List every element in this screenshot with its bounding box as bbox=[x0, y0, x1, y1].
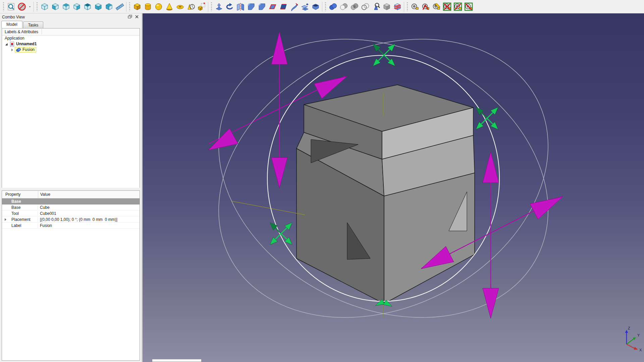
toggle-measurement-3d-button[interactable] bbox=[463, 1, 474, 12]
toolbar-grip[interactable] bbox=[37, 2, 38, 11]
view-bottom-button[interactable] bbox=[93, 1, 104, 12]
toggle-measurement-all-button[interactable] bbox=[452, 1, 463, 12]
boolean-common-button[interactable] bbox=[349, 1, 360, 12]
3d-scene: ZYX bbox=[143, 13, 644, 362]
torus-button[interactable] bbox=[175, 1, 185, 12]
axis-triad-arrow[interactable] bbox=[625, 330, 628, 333]
box-button[interactable] bbox=[132, 1, 143, 12]
property-row-label[interactable]: Label Fusion bbox=[2, 223, 140, 229]
property-group-base[interactable]: Base bbox=[2, 198, 140, 204]
close-icon bbox=[135, 15, 139, 19]
translate-arrow[interactable] bbox=[314, 76, 347, 99]
axis-label-y: Y bbox=[637, 333, 640, 337]
make-face-button[interactable] bbox=[267, 1, 278, 12]
toolbar-grip[interactable] bbox=[407, 2, 408, 11]
fit-all-button[interactable] bbox=[6, 1, 16, 12]
view-front-button[interactable] bbox=[50, 1, 61, 12]
defeaturing-button[interactable] bbox=[381, 1, 392, 12]
measure-angular-button[interactable] bbox=[420, 1, 431, 12]
tree-header: Labels & Attributes bbox=[2, 28, 140, 36]
cone-button[interactable] bbox=[164, 1, 175, 12]
object-axis-line[interactable] bbox=[231, 201, 305, 215]
expand-placement-icon[interactable] bbox=[5, 218, 6, 221]
axis-triad-line[interactable] bbox=[627, 344, 634, 348]
toolbar-separator bbox=[322, 2, 322, 12]
shape-builder-button[interactable] bbox=[196, 1, 207, 12]
axonometric-button[interactable] bbox=[39, 1, 50, 12]
measure-linear-button[interactable] bbox=[410, 1, 420, 12]
create-primitives-button[interactable] bbox=[185, 1, 196, 12]
3d-viewport[interactable]: ZYX bbox=[143, 13, 644, 362]
translate-arrow[interactable] bbox=[530, 197, 563, 219]
view-right-button[interactable] bbox=[71, 1, 82, 12]
clear-measurement-icon bbox=[443, 2, 451, 11]
cylinder-button[interactable] bbox=[143, 1, 153, 12]
close-panel-button[interactable] bbox=[134, 14, 140, 20]
measure-distance-button[interactable] bbox=[114, 1, 125, 12]
translate-arrow[interactable] bbox=[483, 288, 499, 318]
tab-model[interactable]: Model bbox=[1, 21, 22, 28]
ruled-surface-button[interactable] bbox=[278, 1, 289, 12]
model-tree: Labels & Attributes Application Unnamed1 bbox=[2, 28, 140, 188]
property-row-placement[interactable]: Placement [(0,00 0,00 1,00); 0 °; (0 mm … bbox=[2, 217, 140, 223]
draw-style-button[interactable] bbox=[16, 1, 27, 12]
boolean-union-button[interactable] bbox=[328, 1, 338, 12]
measure-refresh-button[interactable] bbox=[431, 1, 442, 12]
property-row-tool[interactable]: Tool Cube001 bbox=[2, 210, 140, 217]
thickness-button[interactable] bbox=[310, 1, 321, 12]
check-geometry-button[interactable] bbox=[371, 1, 381, 12]
clear-measurement-button[interactable] bbox=[442, 1, 452, 12]
boolean-common-icon bbox=[350, 2, 359, 11]
revolve-button[interactable] bbox=[224, 1, 235, 12]
thickness-icon bbox=[311, 2, 320, 11]
panel-splitter[interactable] bbox=[0, 188, 142, 190]
boolean-section-button[interactable] bbox=[360, 1, 371, 12]
axis-triad-line[interactable] bbox=[627, 339, 634, 344]
translate-arrow[interactable] bbox=[271, 158, 287, 188]
expanded-caret-icon[interactable] bbox=[5, 43, 8, 45]
measure-angular-icon bbox=[421, 2, 430, 11]
revolve-icon bbox=[225, 2, 234, 11]
view-left-button[interactable] bbox=[104, 1, 114, 12]
axis-triad-arrow[interactable] bbox=[634, 347, 638, 350]
view-top-icon bbox=[62, 2, 70, 11]
toolbar-grip[interactable] bbox=[325, 2, 326, 11]
tab-tasks[interactable]: Tasks bbox=[23, 21, 44, 28]
view-rear-button[interactable] bbox=[82, 1, 93, 12]
sphere-button[interactable] bbox=[153, 1, 164, 12]
view-top-button[interactable] bbox=[61, 1, 71, 12]
fusion-icon bbox=[16, 47, 21, 53]
tree-header-divider bbox=[42, 29, 42, 35]
float-panel-button[interactable] bbox=[127, 14, 133, 20]
tree-item-unnamed1[interactable]: Unnamed1 bbox=[2, 41, 140, 47]
toolbar-grip[interactable] bbox=[3, 2, 4, 11]
draw-style-dropdown-button[interactable] bbox=[27, 1, 33, 12]
toolbar-grip[interactable] bbox=[129, 2, 130, 11]
check-geometry-icon bbox=[372, 2, 380, 11]
extrude-button[interactable] bbox=[214, 1, 224, 12]
chamfer-button[interactable] bbox=[257, 1, 267, 12]
property-row-base[interactable]: Base Cube bbox=[2, 204, 140, 210]
tree-item-fusion[interactable]: Fusion bbox=[2, 47, 140, 53]
toolbar-separator bbox=[126, 2, 126, 12]
toolbar-grip[interactable] bbox=[211, 2, 212, 11]
tree-root-application[interactable]: Application bbox=[2, 36, 140, 41]
property-editor: Property Value Base Base Cube Tool Cube0… bbox=[2, 190, 140, 361]
fusion-model-face[interactable] bbox=[384, 173, 475, 304]
translate-arrow[interactable] bbox=[271, 32, 287, 64]
loft-button[interactable] bbox=[289, 1, 300, 12]
mirror-button[interactable] bbox=[235, 1, 246, 12]
boolean-cut-button[interactable] bbox=[338, 1, 349, 12]
boolean-union-icon bbox=[329, 2, 337, 11]
collapsed-caret-icon[interactable] bbox=[11, 49, 13, 51]
offset-button[interactable] bbox=[300, 1, 310, 12]
panel-title: Combo View bbox=[2, 15, 126, 19]
measure-refresh-icon bbox=[432, 2, 441, 11]
translate-arrow[interactable] bbox=[483, 152, 499, 183]
cross-sections-button[interactable] bbox=[392, 1, 403, 12]
toggle-measurement-all-icon bbox=[453, 2, 462, 11]
chamfer-icon bbox=[258, 2, 266, 11]
tree-item-label: Fusion bbox=[22, 47, 35, 53]
boolean-section-icon bbox=[361, 2, 370, 11]
fillet-button[interactable] bbox=[246, 1, 257, 12]
